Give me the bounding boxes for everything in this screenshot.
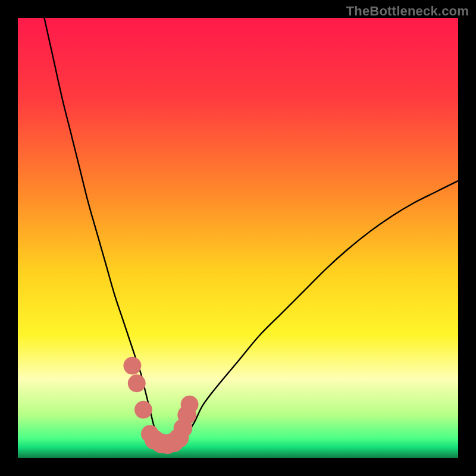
plot-area	[18, 18, 458, 458]
watermark-text: TheBottleneck.com	[346, 4, 469, 19]
gradient-background	[18, 18, 458, 458]
highlight-dot	[123, 357, 141, 375]
highlight-dot	[128, 374, 146, 392]
highlight-dot	[181, 396, 199, 414]
bottleneck-chart	[18, 18, 458, 458]
chart-frame: TheBottleneck.com	[0, 0, 476, 476]
highlight-dot	[134, 401, 152, 419]
